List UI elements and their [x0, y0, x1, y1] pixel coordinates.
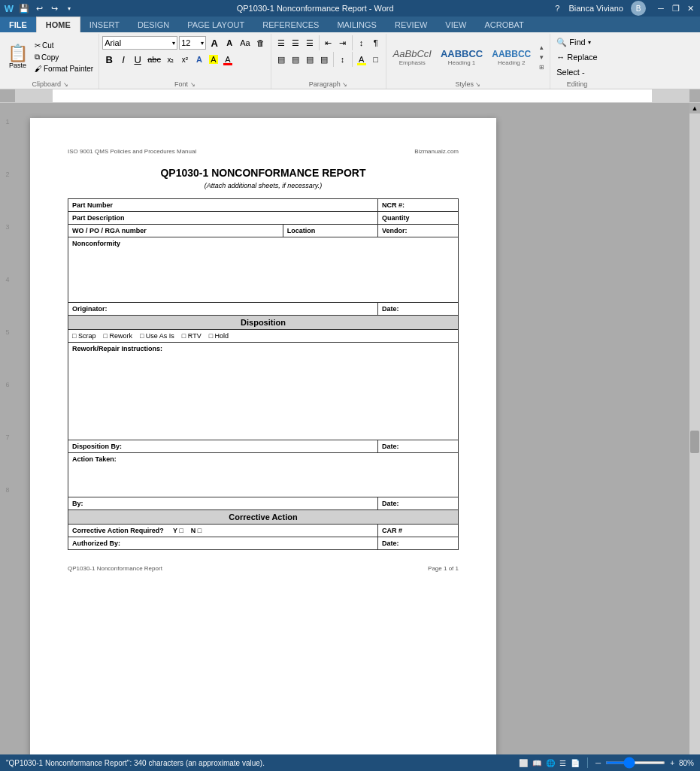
find-arrow: ▾	[588, 39, 591, 46]
underline-button[interactable]: U	[131, 52, 144, 67]
replace-button[interactable]: ↔ Replace	[553, 50, 600, 64]
font-size-dropdown[interactable]: 12▾	[179, 36, 206, 50]
table-row: WO / PO / RGA number Location Vendor:	[68, 225, 459, 237]
show-hide-button[interactable]: ¶	[369, 35, 383, 50]
copy-button[interactable]: ⧉Copy	[32, 52, 95, 62]
table-row: Nonconformity	[68, 237, 459, 303]
clipboard-group: 📋 Paste ✂Cut ⧉Copy 🖌Format Painter Clipb…	[2, 34, 99, 89]
help-icon[interactable]: ?	[555, 4, 559, 13]
tab-file[interactable]: FILE	[0, 17, 36, 32]
shading-button[interactable]: A	[355, 52, 368, 67]
outline-view-icon[interactable]: ☰	[559, 759, 566, 767]
document-scroll-area[interactable]: ISO 9001 QMS Policies and Procedures Man…	[15, 103, 689, 771]
document-title: QP1030-1 NONCONFORMANCE REPORT	[68, 167, 459, 179]
style-emphasis[interactable]: AaBbCcI Emphasis	[389, 40, 435, 74]
rtv-checkbox[interactable]: □ RTV	[182, 332, 202, 340]
increase-indent-button[interactable]: ⇥	[336, 35, 350, 50]
read-view-icon[interactable]: 📖	[532, 759, 541, 767]
tab-view[interactable]: VIEW	[436, 17, 475, 32]
close-button[interactable]: ✕	[685, 2, 697, 14]
borders-button[interactable]: □	[369, 52, 383, 67]
tab-acrobat[interactable]: ACROBAT	[475, 17, 532, 32]
paste-button[interactable]: 📋 Paste	[5, 44, 31, 71]
strikethrough-button[interactable]: abc	[145, 52, 163, 67]
tab-design[interactable]: DESIGN	[129, 17, 178, 32]
styles-scroll-up[interactable]: ▲	[536, 43, 547, 52]
decrease-indent-button[interactable]: ⇤	[322, 35, 335, 50]
yes-checkbox[interactable]: Y □	[173, 527, 183, 534]
tab-review[interactable]: REVIEW	[386, 17, 436, 32]
date-label: Date:	[378, 303, 459, 316]
layout-view-icon[interactable]: ⬜	[519, 759, 528, 767]
no-checkbox[interactable]: N □	[191, 527, 202, 534]
font-color-button[interactable]: A	[221, 52, 235, 67]
justify-button[interactable]: ▤	[317, 52, 331, 67]
ruler-marker-7: 7	[5, 434, 9, 441]
use-as-is-checkbox[interactable]: □ Use As Is	[140, 332, 174, 340]
styles-more[interactable]: ⊞	[536, 62, 547, 71]
clear-formatting-button[interactable]: 🗑	[254, 35, 268, 50]
tab-home[interactable]: HOME	[36, 17, 80, 32]
subscript-button[interactable]: x₂	[164, 52, 177, 67]
scroll-thumb[interactable]	[690, 431, 699, 453]
format-painter-button[interactable]: 🖌Format Painter	[32, 64, 95, 74]
sort-button[interactable]: ↕	[355, 35, 368, 50]
vertical-scrollbar[interactable]: ▲ ▼	[689, 103, 700, 771]
redo-icon[interactable]: ↪	[48, 2, 60, 14]
tab-page-layout[interactable]: PAGE LAYOUT	[178, 17, 253, 32]
multilevel-button[interactable]: ☰	[303, 35, 317, 50]
quick-access-toolbar: W 💾 ↩ ↪ ▾	[3, 2, 75, 14]
align-right-button[interactable]: ▤	[303, 52, 317, 67]
tab-mailings[interactable]: MAILINGS	[328, 17, 386, 32]
minimize-button[interactable]: ─	[655, 2, 667, 14]
tab-insert[interactable]: INSERT	[80, 17, 129, 32]
align-left-button[interactable]: ▤	[274, 52, 288, 67]
save-icon[interactable]: 💾	[18, 2, 30, 14]
align-center-button[interactable]: ▤	[289, 52, 302, 67]
font-grow-button[interactable]: A	[208, 35, 221, 50]
numbering-button[interactable]: ☰	[289, 35, 302, 50]
ncr-label: NCR #:	[378, 199, 459, 212]
draft-view-icon[interactable]: 📄	[571, 759, 580, 767]
scroll-up-button[interactable]: ▲	[689, 103, 700, 113]
table-row: Corrective Action	[68, 510, 459, 525]
scissors-icon: ✂	[35, 41, 41, 50]
font-shrink-button[interactable]: A	[223, 35, 236, 50]
header-right: Bizmanualz.com	[414, 148, 459, 155]
table-row: Authorized By: Date:	[68, 537, 459, 550]
style-heading2[interactable]: AABBCC Heading 2	[488, 40, 535, 74]
rework-checkbox[interactable]: □ Rework	[103, 332, 132, 340]
change-case-button[interactable]: Aa	[238, 35, 252, 50]
restore-button[interactable]: ❐	[670, 2, 682, 14]
find-button[interactable]: 🔍 Find ▾	[553, 35, 593, 49]
text-effects-button[interactable]: A	[192, 52, 206, 67]
highlight-button[interactable]: A	[207, 52, 220, 67]
customize-icon[interactable]: ▾	[63, 2, 75, 14]
style-heading1[interactable]: AABBCC Heading 1	[437, 40, 486, 74]
paragraph-group-label: Paragraph ↘	[274, 79, 383, 89]
font-name-dropdown[interactable]: Arial▾	[102, 36, 177, 50]
zoom-in-button[interactable]: +	[670, 759, 674, 767]
ruler-marker-5: 5	[5, 328, 9, 336]
italic-button[interactable]: I	[117, 52, 130, 67]
cut-button[interactable]: ✂Cut	[32, 41, 95, 50]
superscript-button[interactable]: x²	[178, 52, 192, 67]
bold-button[interactable]: B	[102, 52, 116, 67]
scrap-checkbox[interactable]: □ Scrap	[72, 332, 95, 340]
clipboard-group-label: Clipboard ↘	[5, 79, 95, 89]
tab-references[interactable]: REFERENCES	[253, 17, 328, 32]
line-spacing-button[interactable]: ↕	[336, 52, 350, 67]
authorized-date-label: Date:	[378, 537, 459, 550]
disposition-header: Disposition	[68, 316, 459, 330]
zoom-slider[interactable]	[605, 761, 665, 764]
bullets-button[interactable]: ☰	[274, 35, 288, 50]
hold-checkbox[interactable]: □ Hold	[209, 332, 229, 340]
select-button[interactable]: Select -	[553, 65, 587, 79]
styles-scroll-down[interactable]: ▼	[536, 53, 547, 62]
web-view-icon[interactable]: 🌐	[546, 759, 555, 767]
authorized-by-label: Authorized By:	[68, 537, 378, 550]
zoom-out-button[interactable]: ─	[595, 759, 601, 767]
user-name[interactable]: Bianca Viviano	[568, 4, 623, 13]
undo-icon[interactable]: ↩	[33, 2, 45, 14]
paragraph-group-content: ☰ ☰ ☰ ⇤ ⇥ ↕ ¶ ▤ ▤ ▤ ▤ ↕	[274, 35, 383, 79]
